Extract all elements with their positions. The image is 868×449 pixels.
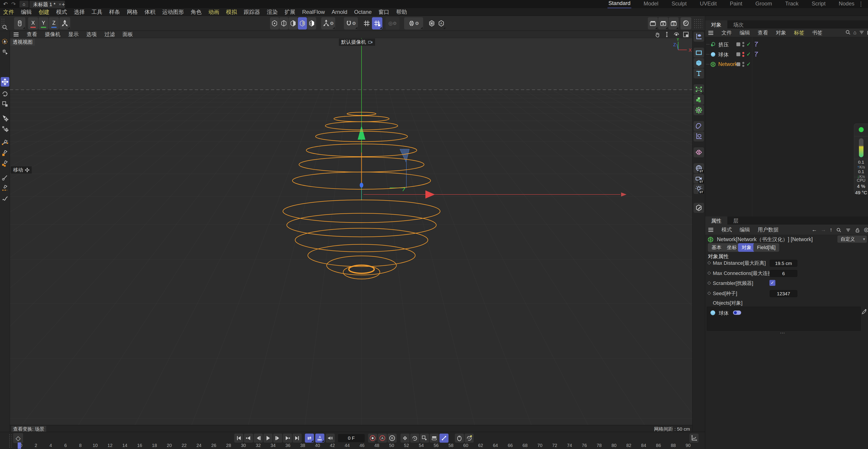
up-icon[interactable]: ↑ — [830, 227, 832, 233]
visibility-dot-render[interactable] — [742, 45, 744, 47]
viewport-menu-查看[interactable]: 查看 — [27, 31, 37, 38]
commander-search-button[interactable] — [1, 23, 9, 32]
enable-check-icon[interactable]: ✓ — [746, 41, 751, 48]
points-mode-button[interactable] — [270, 17, 279, 29]
object-row-球体[interactable]: 球体✓ — [705, 50, 868, 59]
polygons-mode-button[interactable] — [288, 17, 298, 29]
current-frame-field[interactable]: 0 F — [338, 434, 365, 442]
menu-模拟[interactable]: 模拟 — [226, 8, 237, 16]
object-manager-tab-场次[interactable]: 场次 — [727, 21, 749, 29]
spline-smooth-button[interactable] — [1, 193, 9, 203]
instance-symmetry-button[interactable] — [693, 147, 704, 157]
key-parameter-button[interactable] — [430, 433, 439, 443]
om-menu-标签[interactable]: 标签 — [794, 29, 804, 36]
section-tab-Field[域][interactable]: Field[域] — [753, 243, 779, 252]
panel-resize-handle[interactable]: ⋯ — [780, 330, 785, 336]
rotate-tool-button[interactable] — [1, 89, 9, 98]
menu-渲染[interactable]: 渲染 — [267, 8, 278, 16]
previous-key-button[interactable] — [244, 433, 253, 443]
menu-Octane[interactable]: Octane — [354, 9, 371, 15]
object-row-挤压[interactable]: 挤压✓ — [705, 40, 868, 49]
mouse-animation-button[interactable] — [455, 433, 464, 443]
axis-z-button[interactable]: Z — [49, 17, 59, 29]
search-icon[interactable] — [836, 227, 842, 233]
redo-icon[interactable]: ↷ — [11, 1, 16, 7]
render-view-button[interactable] — [648, 17, 658, 29]
workspace-tab-model[interactable]: Model — [643, 0, 659, 8]
section-tab-基本[interactable]: 基本 — [708, 243, 725, 252]
render-settings-button[interactable]: ⚙ — [669, 17, 679, 29]
object-row-Network[interactable]: Network✓ — [705, 60, 868, 69]
light-object-button[interactable]: ST — [693, 184, 704, 194]
grid-button[interactable] — [362, 17, 371, 29]
key-position-button[interactable] — [401, 433, 409, 443]
selection-tag-icon[interactable] — [754, 41, 759, 48]
menu-创建[interactable]: 创建 — [38, 8, 50, 16]
scale-tool-button[interactable] — [1, 99, 9, 109]
key-pla-button[interactable] — [439, 433, 448, 443]
timeline-drag-handle[interactable] — [9, 434, 12, 448]
menu-体积[interactable]: 体积 — [145, 8, 155, 16]
property-field[interactable]: 12347 — [770, 290, 797, 297]
menu-窗口[interactable]: 窗口 — [378, 8, 390, 16]
key-rotation-button[interactable] — [410, 433, 419, 443]
live-selection-button[interactable] — [1, 37, 9, 46]
menu-工具[interactable]: 工具 — [92, 8, 102, 16]
camera-animation-button[interactable] — [465, 433, 474, 443]
key-diamond-icon[interactable]: ◇ — [707, 280, 711, 286]
toolbar-drag-handle[interactable] — [693, 19, 703, 28]
property-field[interactable]: 6 — [770, 270, 797, 277]
property-field[interactable]: 19.5 cm — [770, 260, 797, 267]
menu-帮助[interactable]: 帮助 — [396, 8, 407, 16]
gizmo-button[interactable] — [59, 17, 70, 29]
viewport-canvas[interactable]: YZX 透视视图 默认摄像机 移动 — [10, 38, 692, 425]
back-icon[interactable]: ← — [812, 227, 817, 233]
workspace-overflow-icon[interactable]: ⋮ — [858, 0, 864, 7]
search-icon[interactable] — [845, 29, 851, 35]
visibility-dot-editor[interactable] — [742, 42, 744, 44]
hamburger-icon[interactable] — [708, 30, 714, 35]
material-preview-button[interactable] — [680, 17, 691, 29]
pan-hand-icon[interactable] — [654, 31, 660, 38]
previous-frame-button[interactable] — [254, 433, 263, 443]
polygon-pen-quad-button[interactable] — [1, 148, 9, 158]
view-label[interactable]: 透视视图 — [10, 38, 35, 46]
tweak-tool-button[interactable] — [1, 47, 9, 57]
falloff-button[interactable]: ◎⚙ — [385, 17, 400, 29]
go-to-end-button[interactable] — [293, 433, 302, 443]
camera-label[interactable]: 默认摄像机 — [339, 38, 375, 46]
workspace-tab-nodes[interactable]: Nodes — [838, 0, 855, 8]
viewport-menu-显示[interactable]: 显示 — [68, 31, 79, 38]
menu-运动图形[interactable]: 运动图形 — [162, 8, 184, 16]
symmetry-button[interactable]: ⚙ — [404, 17, 423, 29]
move-tool-button[interactable] — [1, 77, 9, 87]
object-manager-tab-对象[interactable]: 对象 — [705, 21, 727, 29]
menu-动画[interactable]: 动画 — [208, 8, 219, 16]
snap-button[interactable]: ⚙ — [344, 17, 358, 29]
null-object-button[interactable] — [693, 131, 704, 142]
attribute-tab-层[interactable]: 层 — [727, 216, 744, 224]
timeline-editor-button[interactable] — [689, 433, 699, 443]
next-key-button[interactable] — [283, 433, 292, 443]
volume-builder-button[interactable] — [693, 95, 704, 105]
new-tab-button[interactable]: + — [62, 1, 65, 8]
subdivision-surface-button[interactable] — [693, 84, 704, 94]
viewport-menu-过滤[interactable]: 过滤 — [104, 31, 115, 38]
key-scale-button[interactable] — [420, 433, 429, 443]
object-name[interactable]: Network — [718, 61, 737, 67]
material-editor-button[interactable] — [693, 203, 704, 213]
workspace-tab-uvedit[interactable]: UVEdit — [699, 0, 718, 8]
linked-object-row[interactable]: 球体 — [707, 309, 861, 317]
key-diamond-icon[interactable]: ◇ — [707, 260, 711, 265]
home-icon[interactable]: ⌂ — [853, 29, 857, 36]
om-menu-文件[interactable]: 文件 — [721, 29, 732, 36]
modeling-axis-button[interactable]: ⚙ — [321, 17, 335, 29]
key-diamond-icon[interactable]: ◇ — [707, 270, 711, 275]
target-icon[interactable]: ◎ — [864, 227, 868, 233]
go-to-start-button[interactable] — [234, 433, 243, 443]
viewport-menu-选项[interactable]: 选项 — [86, 31, 97, 38]
spline-primitive-button[interactable] — [693, 32, 704, 42]
menu-角色[interactable]: 角色 — [191, 8, 202, 16]
sound-toggle-button[interactable] — [326, 433, 335, 443]
visibility-dot-editor[interactable] — [742, 52, 744, 54]
